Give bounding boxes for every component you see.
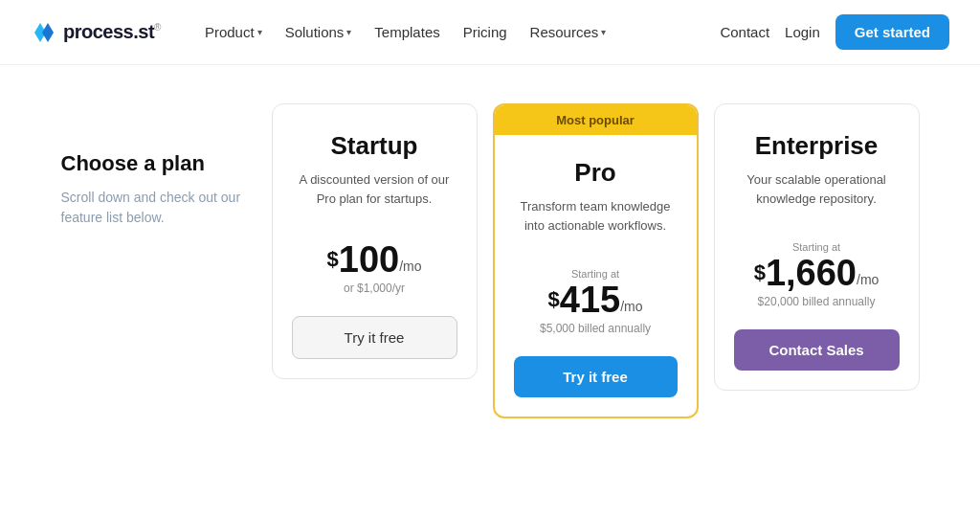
nav-item-product[interactable]: Product ▾ (195, 16, 272, 48)
plan-body-startup: Startup A discounted version of our Pro … (273, 104, 477, 378)
plan-billing-pro: $5,000 billed annually (540, 322, 651, 335)
plan-card-pro: Most popular Pro Transform team knowledg… (493, 103, 699, 418)
svg-marker-1 (42, 23, 54, 42)
chevron-down-icon: ▾ (601, 27, 606, 37)
plan-price-pro: $ 415 /mo (548, 282, 643, 318)
navbar: process.st® Product ▾ Solutions ▾ Templa… (0, 0, 980, 65)
plan-name-enterprise: Enterprise (755, 131, 879, 161)
get-started-button[interactable]: Get started (835, 14, 949, 50)
logo-icon (31, 19, 57, 46)
try-free-button-startup[interactable]: Try it free (292, 316, 457, 359)
plan-desc-startup: A discounted version of our Pro plan for… (292, 170, 457, 222)
price-dollar-pro: $ (548, 287, 560, 312)
nav-item-pricing[interactable]: Pricing (454, 16, 517, 48)
price-period-enterprise: /mo (857, 272, 879, 287)
plans-container: Startup A discounted version of our Pro … (272, 103, 920, 418)
contact-sales-button-enterprise[interactable]: Contact Sales (734, 329, 900, 371)
nav-item-templates[interactable]: Templates (365, 16, 449, 48)
price-amount-pro: 415 (560, 282, 620, 318)
chevron-down-icon: ▾ (346, 27, 351, 37)
plan-billing-enterprise: $20,000 billed annually (758, 295, 876, 308)
price-period-startup: /mo (399, 259, 421, 274)
price-amount-startup: 100 (339, 241, 399, 278)
plan-desc-enterprise: Your scalable operational knowledge repo… (734, 170, 900, 222)
nav-login-link[interactable]: Login (785, 24, 820, 40)
try-free-button-pro[interactable]: Try it free (514, 356, 678, 397)
plan-name-pro: Pro (574, 158, 615, 188)
plan-name-startup: Startup (331, 131, 418, 161)
plan-body-pro: Pro Transform team knowledge into action… (495, 135, 697, 417)
plan-desc-pro: Transform team knowledge into actionable… (514, 197, 678, 249)
nav-item-resources[interactable]: Resources ▾ (521, 16, 616, 48)
price-amount-enterprise: 1,660 (766, 255, 857, 291)
plan-card-enterprise: Enterprise Your scalable operational kno… (714, 103, 920, 391)
main-content: Choose a plan Scroll down and check out … (0, 65, 980, 418)
nav-contact-link[interactable]: Contact (720, 24, 769, 40)
price-dollar-startup: $ (327, 247, 339, 272)
price-dollar-enterprise: $ (754, 260, 766, 285)
intro-column: Choose a plan Scroll down and check out … (61, 103, 253, 228)
plan-billing-startup: or $1,000/yr (344, 282, 405, 295)
plan-card-startup: Startup A discounted version of our Pro … (272, 103, 478, 379)
chevron-down-icon: ▾ (257, 27, 262, 37)
logo-text: process.st® (63, 21, 161, 43)
price-period-pro: /mo (620, 299, 642, 314)
logo[interactable]: process.st® (31, 19, 161, 46)
intro-heading: Choose a plan (61, 151, 253, 176)
nav-right: Contact Login Get started (720, 14, 949, 50)
plan-price-enterprise: $ 1,660 /mo (754, 255, 880, 291)
plan-body-enterprise: Enterprise Your scalable operational kno… (715, 104, 919, 390)
plan-starting-enterprise: Starting at (792, 241, 840, 253)
plan-badge-pro: Most popular (495, 105, 697, 135)
nav-item-solutions[interactable]: Solutions ▾ (276, 16, 362, 48)
plan-starting-pro: Starting at (571, 268, 619, 280)
plan-price-startup: $ 100 /mo (327, 241, 422, 278)
nav-links: Product ▾ Solutions ▾ Templates Pricing … (195, 16, 720, 48)
intro-description: Scroll down and check out our feature li… (61, 188, 253, 228)
